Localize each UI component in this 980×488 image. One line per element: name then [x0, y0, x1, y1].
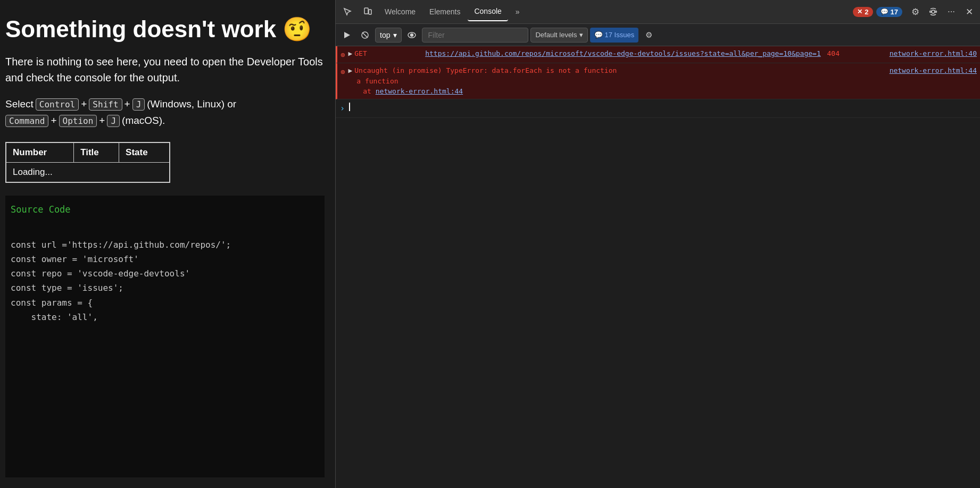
cursor-icon-btn[interactable] — [338, 2, 357, 21]
expand-arrow-1[interactable]: ▶ — [348, 48, 352, 59]
tab-elements[interactable]: Elements — [423, 2, 467, 21]
status-404: 404 — [823, 48, 887, 59]
issues-settings-icon[interactable]: ⚙ — [641, 27, 657, 43]
tab-welcome[interactable]: Welcome — [378, 2, 422, 21]
left-panel: Something doesn't work 🤨 There is nothin… — [0, 0, 335, 488]
main-heading: Something doesn't work 🤨 — [5, 16, 325, 43]
issues-chat-icon: 💬 — [594, 31, 603, 39]
table-row: Loading... — [6, 162, 170, 182]
error-url-link[interactable]: https://api.github.com/repos/microsoft/v… — [425, 48, 821, 59]
error-body-1: GET https://api.github.com/repos/microso… — [354, 48, 977, 59]
shortcut-line-1: Select Control + Shift + J (Windows, Lin… — [5, 98, 325, 111]
col-number: Number — [6, 142, 74, 162]
svg-point-4 — [935, 11, 937, 13]
svg-rect-1 — [369, 10, 371, 14]
devtools-panel: Welcome Elements Console » ✕ 2 💬 17 ⚙ ··… — [335, 0, 980, 488]
svg-point-9 — [411, 33, 413, 36]
filter-input[interactable] — [422, 28, 528, 43]
key-option: Option — [59, 115, 97, 127]
warning-badge: 💬 17 — [876, 7, 902, 17]
key-command: Command — [5, 115, 48, 127]
console-error-row-1: ⊗ ▶ GET https://api.github.com/repos/mic… — [336, 46, 980, 63]
broadcast-icon-btn[interactable] — [925, 3, 942, 20]
shortcut-line-2: Command + Option + J (macOS). — [5, 115, 325, 127]
get-method: GET — [354, 48, 419, 59]
svg-line-7 — [362, 32, 368, 38]
select-label: Select — [5, 98, 34, 110]
error-file-link-1[interactable]: network-error.html:40 — [890, 48, 977, 59]
macos-label: (macOS). — [122, 115, 165, 127]
key-control: Control — [36, 98, 79, 111]
chevron-down-icon-2: ▾ — [579, 31, 583, 39]
issues-table: Number Title State Loading... — [6, 142, 170, 182]
code-block: const url ='https://api.github.com/repos… — [11, 223, 319, 324]
tab-console[interactable]: Console — [468, 2, 508, 21]
svg-marker-5 — [344, 32, 350, 38]
context-selector[interactable]: top ▾ — [375, 28, 402, 43]
key-j-1: J — [132, 98, 145, 111]
close-devtools-btn[interactable]: ✕ — [961, 3, 978, 20]
tab-more[interactable]: » — [509, 2, 526, 21]
console-error-row-2: ⊗ ▶ Uncaught (in promise) TypeError: dat… — [336, 63, 980, 99]
console-toolbar: top ▾ Default levels ▾ 💬 17 Issues ⚙ — [336, 24, 980, 46]
code-section: Source Code const url ='https://api.gith… — [5, 196, 325, 477]
error-count: 2 — [865, 8, 868, 16]
more-options-btn[interactable]: ··· — [943, 3, 960, 20]
error-circle-icon-1: ⊗ — [340, 49, 345, 61]
play-icon-btn[interactable] — [339, 27, 355, 43]
svg-rect-0 — [364, 8, 368, 14]
error-main-line-1: GET https://api.github.com/repos/microso… — [354, 48, 977, 59]
subtitle: There is nothing to see here, you need t… — [5, 54, 325, 86]
warning-count: 17 — [891, 8, 898, 16]
console-output: ⊗ ▶ GET https://api.github.com/repos/mic… — [336, 46, 980, 488]
issues-badge[interactable]: 💬 17 Issues — [590, 28, 639, 43]
expand-arrow-2[interactable]: ▶ — [348, 65, 352, 76]
warning-icon: 💬 — [881, 8, 888, 15]
error-badge: ✕ 2 — [853, 7, 873, 17]
error-main-line-2: Uncaught (in promise) TypeError: data.fo… — [354, 65, 977, 76]
settings-icon-btn[interactable]: ⚙ — [907, 3, 924, 20]
error-at-file-link[interactable]: network-error.html:44 — [376, 87, 463, 95]
issues-count-label: 17 Issues — [605, 31, 635, 39]
loading-cell: Loading... — [6, 162, 170, 182]
key-shift: Shift — [89, 98, 122, 111]
input-prompt-icon: › — [340, 103, 345, 115]
default-levels-label: Default levels — [535, 31, 577, 39]
col-title: Title — [74, 142, 119, 162]
windows-linux-label: (Windows, Linux) or — [147, 98, 236, 110]
eye-icon-btn[interactable] — [404, 27, 420, 43]
ban-icon-btn[interactable] — [357, 27, 373, 43]
error-file-link-2[interactable]: network-error.html:44 — [890, 65, 977, 76]
issues-table-container: Number Title State Loading... — [5, 142, 170, 183]
devtools-tabs-bar: Welcome Elements Console » ✕ 2 💬 17 ⚙ ··… — [336, 0, 980, 24]
error-x-icon: ✕ — [857, 8, 862, 15]
error-at-line: at network-error.html:44 — [354, 86, 977, 97]
error-secondary-line: a function — [354, 76, 977, 87]
default-levels-btn[interactable]: Default levels ▾ — [530, 28, 587, 43]
col-state: State — [119, 142, 170, 162]
typeerror-message: Uncaught (in promise) TypeError: data.fo… — [354, 65, 887, 76]
error-body-2: Uncaught (in promise) TypeError: data.fo… — [354, 65, 977, 97]
console-cursor — [349, 103, 354, 111]
svg-point-3 — [930, 11, 932, 13]
device-icon-btn[interactable] — [358, 2, 377, 21]
svg-point-2 — [932, 10, 935, 13]
context-value: top — [380, 31, 390, 39]
code-title: Source Code — [11, 204, 319, 215]
chevron-down-icon: ▾ — [393, 31, 397, 39]
error-circle-icon-2: ⊗ — [340, 66, 345, 78]
console-input-row[interactable]: › — [336, 99, 980, 119]
key-j-2: J — [107, 115, 120, 127]
